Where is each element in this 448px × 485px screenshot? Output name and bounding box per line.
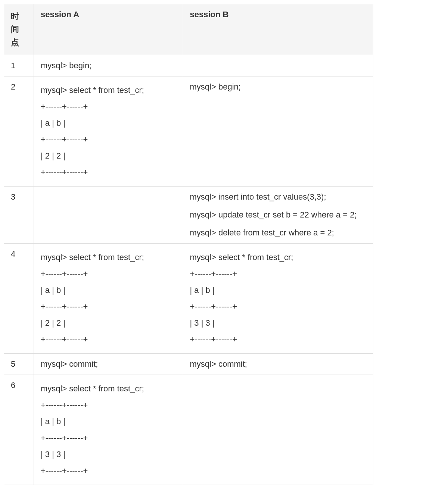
time-cell: 3: [4, 186, 34, 243]
sql-output: | a | b |: [41, 282, 176, 298]
session-a-cell: mysql> commit;: [34, 353, 183, 375]
session-comparison-table: 时 间 点 session A session B 1 mysql> begin…: [4, 4, 373, 485]
table-row: 4 mysql> select * from test_cr; +------+…: [4, 243, 373, 353]
sql-output: +------+------+: [190, 266, 366, 282]
session-b-cell: [183, 375, 373, 485]
time-cell: 2: [4, 76, 34, 186]
header-time-char3: 点: [11, 38, 19, 47]
sql-output: | a | b |: [190, 282, 366, 298]
table-row: 5 mysql> commit; mysql> commit;: [4, 353, 373, 375]
sql-output: +------+------+: [190, 331, 366, 348]
time-cell: 6: [4, 375, 34, 485]
table-row: 6 mysql> select * from test_cr; +------+…: [4, 375, 373, 485]
sql-output: | 3 | 3 |: [41, 446, 176, 463]
sql-output: | a | b |: [41, 115, 176, 131]
header-time: 时 间 点: [4, 4, 34, 55]
session-b-cell: mysql> commit;: [183, 353, 373, 375]
time-cell: 4: [4, 243, 34, 353]
session-b-cell: mysql> begin;: [183, 76, 373, 186]
session-a-cell: mysql> select * from test_cr; +------+--…: [34, 76, 183, 186]
sql-output: +------+------+: [41, 266, 176, 282]
header-time-char2: 间: [11, 25, 19, 34]
header-session-a: session A: [34, 4, 183, 55]
header-time-char1: 时: [11, 12, 19, 21]
sql-output: | 3 | 3 |: [190, 315, 366, 331]
sql-command: mysql> select * from test_cr;: [41, 82, 176, 98]
sql-output: +------+------+: [41, 463, 176, 479]
table-row: 2 mysql> select * from test_cr; +------+…: [4, 76, 373, 186]
time-cell: 1: [4, 55, 34, 76]
table-row: 1 mysql> begin;: [4, 55, 373, 76]
sql-command: mysql> update test_cr set b = 22 where a…: [190, 210, 366, 220]
session-a-cell: mysql> select * from test_cr; +------+--…: [34, 243, 183, 353]
sql-output: +------+------+: [41, 331, 176, 348]
sql-command: mysql> select * from test_cr;: [190, 249, 366, 266]
sql-command: mysql> begin;: [190, 82, 366, 92]
sql-output: +------+------+: [190, 298, 366, 315]
sql-command: mysql> select * from test_cr;: [41, 381, 176, 397]
sql-command: mysql> commit;: [41, 359, 176, 369]
sql-output: +------+------+: [41, 98, 176, 115]
session-a-cell: mysql> begin;: [34, 55, 183, 76]
session-a-cell: [34, 186, 183, 243]
sql-command: mysql> commit;: [190, 359, 366, 369]
sql-command: mysql> insert into test_cr values(3,3);: [190, 192, 366, 202]
sql-output: | 2 | 2 |: [41, 315, 176, 331]
sql-output: +------+------+: [41, 397, 176, 413]
sql-output: | 2 | 2 |: [41, 148, 176, 164]
sql-command: mysql> begin;: [41, 61, 176, 71]
sql-command: mysql> select * from test_cr;: [41, 249, 176, 266]
sql-command: mysql> delete from test_cr where a = 2;: [190, 228, 366, 238]
sql-output: +------+------+: [41, 298, 176, 315]
session-b-cell: mysql> select * from test_cr; +------+--…: [183, 243, 373, 353]
session-b-cell: [183, 55, 373, 76]
session-a-cell: mysql> select * from test_cr; +------+--…: [34, 375, 183, 485]
time-cell: 5: [4, 353, 34, 375]
sql-output: +------+------+: [41, 430, 176, 446]
session-b-cell: mysql> insert into test_cr values(3,3); …: [183, 186, 373, 243]
sql-output: +------+------+: [41, 131, 176, 148]
table-row: 3 mysql> insert into test_cr values(3,3)…: [4, 186, 373, 243]
sql-output: +------+------+: [41, 164, 176, 181]
sql-output: | a | b |: [41, 413, 176, 430]
header-session-b: session B: [183, 4, 373, 55]
